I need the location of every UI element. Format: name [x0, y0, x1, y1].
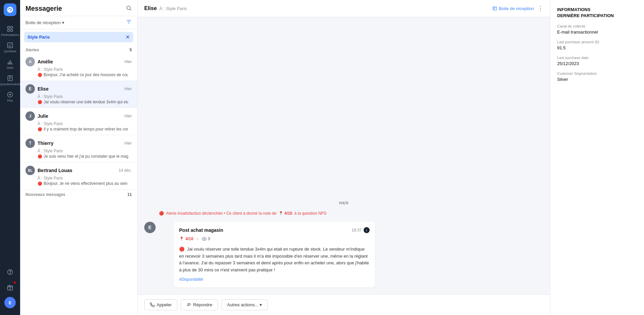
amelie-preview: 🔴 Bonjour, J'ai acheté ce jour des houss… [38, 72, 128, 77]
alert-text: Alerte insatisfaction déclenchée • Ce cl… [166, 211, 276, 216]
nav-questionnaires[interactable]: Questionnaires [0, 72, 20, 89]
nouveaux-count: 11 [127, 192, 132, 197]
svg-rect-1 [8, 27, 10, 29]
nav-questionnaires-label: Questionnaires [0, 83, 20, 86]
elise-to: À : Style Paris [38, 94, 132, 99]
other-actions-button[interactable]: Autres actions... ▾ [221, 299, 268, 310]
bertrand-preview: 🔴 Bonjour, Je ne viens effectivement plu… [38, 181, 128, 186]
thierry-to: À : Style Paris [38, 149, 132, 153]
svg-rect-2 [11, 27, 13, 29]
sidebar-title: Messagerie [25, 5, 62, 12]
date-divider: HIER [144, 200, 543, 206]
svg-rect-12 [493, 7, 497, 10]
thierry-date: Hier [124, 141, 132, 146]
julie-avatar: J [25, 111, 35, 121]
amount-field: Last purchase amount (€) 91.5 [557, 40, 637, 50]
nav-plus-label: Plus [7, 99, 13, 102]
search-icon[interactable] [126, 5, 132, 12]
svg-point-9 [10, 273, 10, 274]
alert-icon-julie: 🔴 [38, 127, 42, 132]
active-filter-tag: Style Paris ✕ [24, 32, 133, 42]
reply-button[interactable]: Répondre [181, 299, 218, 310]
inbox-button[interactable]: Boite de réception [492, 6, 534, 11]
call-button[interactable]: Appeler [144, 299, 177, 310]
segmentation-field: Customer Segmentation Silver [557, 71, 637, 82]
thread-avatar: E [144, 222, 156, 233]
bertrand-avatar: BL [25, 166, 35, 175]
elise-date: Hier [124, 87, 132, 91]
info-icon[interactable]: i [364, 227, 370, 233]
message-item-amelie[interactable]: A Amélie Hier À : Style Paris 🔴 Bonjour,… [20, 54, 137, 81]
nav-gift[interactable] [4, 281, 16, 294]
amelie-avatar: A [25, 57, 35, 66]
amelie-to: À : Style Paris [38, 67, 132, 72]
nav-plus[interactable]: Plus [0, 89, 20, 105]
conversation-header: Elise À : Style Paris Boite de réception… [138, 0, 550, 17]
sidebar: Messagerie Boite de réception ▾ Style Pa… [20, 0, 138, 315]
right-panel: INFORMATIONS DERNIÈRE PARTICIPATION Cana… [550, 0, 644, 315]
card-views: 9 [202, 237, 210, 241]
clear-filter-button[interactable]: ✕ [125, 34, 130, 40]
sidebar-header: Messagerie [20, 0, 137, 16]
active-filter-label: Style Paris [28, 35, 50, 40]
bertrand-date: 14 déc. [119, 168, 132, 173]
alert-bell-icon: 🔴 [159, 211, 164, 216]
svg-point-13 [204, 238, 205, 240]
alert-suffix: à la question NPS [294, 211, 326, 216]
amount-value: 91.5 [557, 45, 637, 50]
more-options-icon[interactable]: ⋮ [537, 5, 543, 12]
nav-stats-label: Stats [7, 66, 14, 69]
thierry-preview: 🔴 Je suis venu hier et j'ai pu constater… [38, 154, 128, 159]
canal-value: E-mail transactionnel [557, 30, 637, 35]
stop-icon: 🔴 [179, 247, 184, 252]
gift-badge [13, 281, 16, 284]
alert-score: 4/10 [284, 211, 292, 216]
svg-rect-6 [8, 76, 12, 81]
chevron-down-icon: ▾ [62, 20, 64, 25]
filter-icon[interactable] [126, 19, 132, 26]
message-item-thierry[interactable]: T Thierry Hier À : Style Paris 🔴 Je suis… [20, 135, 137, 162]
conversation-footer: Appeler Répondre Autres actions... ▾ [138, 294, 550, 315]
nav-synthese[interactable]: Synthèse [0, 39, 20, 56]
message-item-bertrand[interactable]: BL Bertrand Louas 14 déc. À : Style Pari… [20, 162, 137, 190]
segmentation-value: Silver [557, 77, 637, 82]
alert-icon: 🔴 [38, 73, 42, 77]
nouveaux-section-header: Nouveaux messages 11 [20, 190, 137, 198]
conversation-from: Elise [144, 5, 157, 11]
inbox-selector[interactable]: Boite de réception ▾ [25, 20, 64, 25]
amount-label: Last purchase amount (€) [557, 40, 637, 44]
svg-point-0 [7, 7, 13, 13]
message-item-elise[interactable]: E Elise Hier À : Style Paris 🔴 Jai voulu… [20, 81, 137, 108]
alert-icon-elise: 🔴 [38, 100, 42, 104]
message-item-julie[interactable]: J Julie Hier À : Style Paris 🔴 Il y a vr… [20, 108, 137, 135]
conversation-body: HIER 🔴 Alerte insatisfaction déclenchée … [138, 17, 550, 294]
alert-banner: 🔴 Alerte insatisfaction déclenchée • Ce … [159, 211, 327, 216]
card-title: Post achat magasin [179, 227, 223, 233]
date-value: 25/12/2023 [557, 61, 637, 66]
alert-icon-thierry: 🔴 [38, 154, 42, 159]
elise-preview: 🔴 Jai voulu réserver une toile tendue 3x… [38, 100, 128, 104]
nav-help[interactable] [4, 266, 16, 278]
nav-participations-label: Participations [1, 33, 19, 37]
left-navigation: Participations Synthèse Stats Questionna… [0, 0, 20, 315]
nav-participations[interactable]: Participations [0, 23, 20, 39]
conversation-to-label: À : Style Paris [159, 6, 187, 11]
card-score: 📍 4/10 [179, 237, 193, 241]
main-content: Elise À : Style Paris Boite de réception… [138, 0, 550, 315]
alert-icon-bertrand: 🔴 [38, 181, 42, 186]
elise-avatar: E [25, 84, 35, 94]
julie-preview: 🔴 Il y a vraiment trop de temps pour ret… [38, 127, 128, 132]
nav-stats[interactable]: Stats [0, 56, 20, 72]
segmentation-label: Customer Segmentation [557, 71, 637, 75]
message-card: Post achat magasin 18:37 i 📍 4/10 • [174, 222, 375, 287]
alertes-count: 5 [129, 48, 132, 52]
card-tag: #Disponibilité [179, 277, 203, 282]
canal-field: Canal de collecte E-mail transactionnel [557, 24, 637, 35]
bertrand-to: À : Style Paris [38, 176, 132, 180]
date-label: Last purchase date [557, 56, 637, 60]
svg-rect-5 [8, 43, 13, 48]
alertes-section-header: Alertes 5 [20, 45, 137, 54]
alert-score-icon: 📍 [278, 211, 283, 216]
julie-to: À : Style Paris [38, 121, 132, 126]
user-avatar[interactable]: E [4, 297, 16, 308]
